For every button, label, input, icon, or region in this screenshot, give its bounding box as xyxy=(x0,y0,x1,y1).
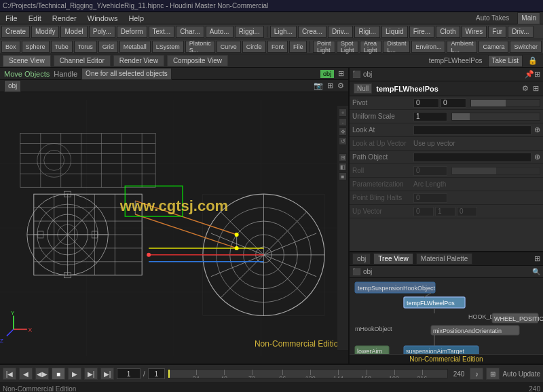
vp-solid[interactable]: ■ xyxy=(339,172,347,180)
vp-icon-grid[interactable]: ⊞ xyxy=(327,81,333,90)
transport-start[interactable]: |◀ xyxy=(3,368,16,380)
up-vector-y[interactable] xyxy=(435,207,455,216)
panel-pin-icon[interactable]: 📌 xyxy=(525,70,534,79)
network-canvas[interactable]: tempSuspensionHookObject tempFLWheelPos … xyxy=(350,278,543,364)
menu-help[interactable]: Help xyxy=(126,14,147,23)
tab-scene-view[interactable]: Scene View xyxy=(3,55,51,66)
tb-auto[interactable]: Auto... xyxy=(206,26,233,38)
net-tab-treeview[interactable]: Tree View xyxy=(373,253,413,264)
tb-platonic[interactable]: Platonic S... xyxy=(185,41,215,53)
transport-end[interactable]: ▶| xyxy=(100,368,114,380)
tb-file[interactable]: File xyxy=(289,41,307,53)
look-at-input[interactable] xyxy=(413,125,531,135)
tb-wires[interactable]: Wires xyxy=(462,26,487,38)
path-object-input[interactable] xyxy=(413,153,531,162)
vp-icon-settings[interactable]: ⚙ xyxy=(337,81,344,90)
status-audio[interactable]: ♪ xyxy=(470,368,483,380)
tb-arealight[interactable]: Area Light xyxy=(360,41,381,53)
path-object-pick-icon[interactable]: ⊕ xyxy=(534,153,540,161)
transport-play[interactable]: ▶ xyxy=(68,368,81,380)
tb-tube[interactable]: Tube xyxy=(51,41,73,53)
tb-lsystem[interactable]: LSystem xyxy=(152,41,184,53)
vp-wire[interactable]: ⊞ xyxy=(339,153,347,161)
transport-stop[interactable]: ■ xyxy=(52,368,65,380)
uniform-scale-input[interactable] xyxy=(413,112,447,121)
main-take-btn[interactable]: Main xyxy=(517,12,540,24)
tb-char[interactable]: Char... xyxy=(176,26,204,38)
tb-environ[interactable]: Environ... xyxy=(411,41,445,53)
tab-channel-editor[interactable]: Channel Editor xyxy=(54,55,111,66)
tb-pointlight[interactable]: Point Light xyxy=(313,41,335,53)
net-search-icon[interactable]: 🔍 xyxy=(532,268,540,275)
panel-lock-icon[interactable]: 🔒 xyxy=(525,56,540,65)
tb-distantl[interactable]: Distant L... xyxy=(383,41,410,53)
pivot-slider[interactable] xyxy=(470,99,540,107)
vp-shade[interactable]: ◧ xyxy=(339,163,347,171)
one-for-all-btn[interactable]: One for all selected objects xyxy=(81,68,172,80)
tb-ambientl[interactable]: Ambient L... xyxy=(447,41,477,53)
tb-driv[interactable]: Driv... xyxy=(328,26,353,38)
tb-camera[interactable]: Camera xyxy=(479,41,508,53)
frame-input[interactable] xyxy=(117,368,141,379)
pivot-y-input[interactable] xyxy=(441,98,466,108)
network-expand-icon[interactable]: ⊞ xyxy=(534,254,540,263)
menu-file[interactable]: File xyxy=(3,14,20,23)
point-bling-input[interactable] xyxy=(413,193,447,203)
pivot-x-input[interactable] xyxy=(413,98,439,108)
take-list-btn[interactable]: Take List xyxy=(488,55,523,67)
step-input[interactable] xyxy=(148,368,165,379)
vp-zoom-in[interactable]: + xyxy=(339,109,347,117)
tab-render-view[interactable]: Render View xyxy=(113,55,164,66)
status-render[interactable]: ⊞ xyxy=(486,368,500,380)
tb-liquid[interactable]: Liquid xyxy=(381,26,408,38)
vp-icon-cam[interactable]: 📷 xyxy=(314,81,323,90)
vp-rotate[interactable]: ↺ xyxy=(339,137,347,145)
tb-circle[interactable]: Circle xyxy=(242,41,266,53)
viewport-expand-icon[interactable]: ⊞ xyxy=(338,69,344,78)
panel-expand-icon[interactable]: ⊞ xyxy=(534,70,540,79)
uniform-scale-slider[interactable] xyxy=(451,113,540,121)
tb-modify[interactable]: Modify xyxy=(31,26,59,38)
node-settings-icon[interactable]: ⚙ xyxy=(522,84,529,93)
menu-windows[interactable]: Windows xyxy=(85,14,121,23)
menu-edit[interactable]: Edit xyxy=(26,14,44,23)
look-at-pick-icon[interactable]: ⊕ xyxy=(534,125,540,134)
tb-ligh[interactable]: Ligh... xyxy=(270,26,297,38)
up-vector-z[interactable] xyxy=(457,207,477,216)
transport-prev[interactable]: ◀ xyxy=(19,368,33,380)
tb-sphere[interactable]: Sphere xyxy=(22,41,50,53)
menu-render[interactable]: Render xyxy=(50,14,79,23)
tb-poly[interactable]: Poly... xyxy=(89,26,115,38)
tb-grid[interactable]: Grid xyxy=(98,41,118,53)
viewport-3d[interactable]: X Y Z www.cgtsj.com Non-Commercial Editi… xyxy=(0,92,348,364)
vp-label-obj[interactable]: obj xyxy=(4,80,21,92)
tab-composite-view[interactable]: Composite View xyxy=(167,55,228,66)
tb-text[interactable]: Text... xyxy=(149,26,175,38)
tb-riggi[interactable]: Riggi... xyxy=(235,26,264,38)
node-expand-icon[interactable]: ⊞ xyxy=(533,84,539,93)
tb-font[interactable]: Font xyxy=(267,41,288,53)
tb-create[interactable]: Create xyxy=(1,26,30,38)
up-vector-x[interactable] xyxy=(413,207,434,216)
tb-cloth[interactable]: Cloth xyxy=(436,26,460,38)
tb-rigi[interactable]: Rigi... xyxy=(354,26,380,38)
roll-input[interactable] xyxy=(413,166,447,176)
tb-fur[interactable]: Fur xyxy=(488,26,506,38)
transport-play-back[interactable]: ◀▶ xyxy=(35,368,49,380)
transport-next[interactable]: ▶| xyxy=(84,368,98,380)
net-tab-obj[interactable]: obj xyxy=(352,253,371,264)
tb-metaball[interactable]: Metaball xyxy=(119,41,151,53)
tb-model[interactable]: Model xyxy=(60,26,87,38)
tb-box[interactable]: Box xyxy=(1,41,20,53)
vp-pan[interactable]: ✥ xyxy=(339,128,347,136)
vp-zoom-out[interactable]: - xyxy=(339,118,347,126)
tb-deform[interactable]: Deform xyxy=(117,26,147,38)
tb-switcher[interactable]: Switcher xyxy=(510,41,542,53)
tb-spotlight[interactable]: Spot Light xyxy=(337,41,358,53)
tb-fire[interactable]: Fire... xyxy=(409,26,435,38)
roll-slider[interactable] xyxy=(451,167,540,175)
tb-curve[interactable]: Curve xyxy=(217,41,241,53)
tb-driv2[interactable]: Driv... xyxy=(508,26,533,38)
net-tab-material[interactable]: Material Palette xyxy=(416,253,472,264)
timeline-track[interactable]: 1 24 48 72 96 120 144 168 192 216 xyxy=(168,369,448,378)
